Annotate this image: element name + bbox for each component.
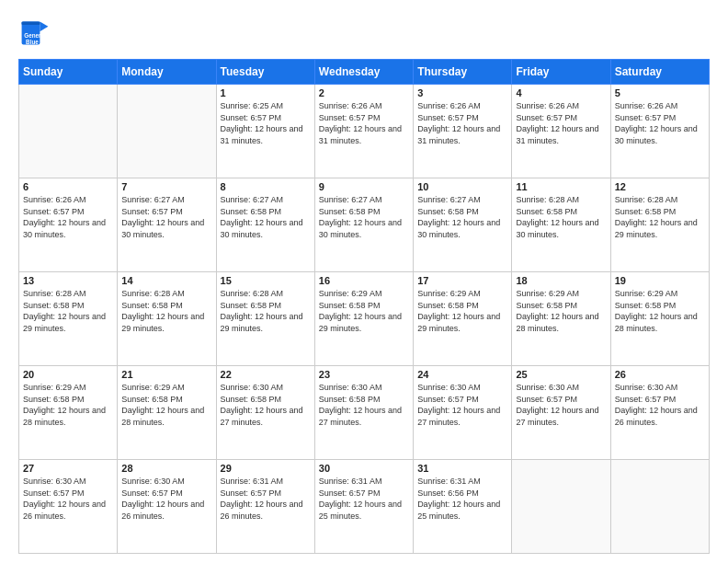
svg-text:Blue: Blue xyxy=(26,39,39,45)
weekday-header-monday: Monday xyxy=(118,60,216,85)
day-info: Sunrise: 6:29 AM Sunset: 6:58 PM Dayligh… xyxy=(516,288,606,334)
weekday-header-sunday: Sunday xyxy=(19,60,118,85)
day-number: 12 xyxy=(615,181,705,192)
calendar-cell: 28Sunrise: 6:30 AM Sunset: 6:57 PM Dayli… xyxy=(118,460,216,554)
day-info: Sunrise: 6:26 AM Sunset: 6:57 PM Dayligh… xyxy=(615,100,705,146)
day-number: 6 xyxy=(23,181,113,192)
day-number: 19 xyxy=(615,275,705,286)
day-info: Sunrise: 6:26 AM Sunset: 6:57 PM Dayligh… xyxy=(417,100,507,146)
day-info: Sunrise: 6:26 AM Sunset: 6:57 PM Dayligh… xyxy=(319,100,409,146)
weekday-header-row: SundayMondayTuesdayWednesdayThursdayFrid… xyxy=(19,60,710,85)
svg-rect-2 xyxy=(22,21,40,25)
day-number: 26 xyxy=(615,369,705,380)
day-info: Sunrise: 6:30 AM Sunset: 6:57 PM Dayligh… xyxy=(121,476,211,522)
calendar-cell: 26Sunrise: 6:30 AM Sunset: 6:57 PM Dayli… xyxy=(610,366,709,460)
calendar-cell: 16Sunrise: 6:29 AM Sunset: 6:58 PM Dayli… xyxy=(314,272,413,366)
day-info: Sunrise: 6:30 AM Sunset: 6:58 PM Dayligh… xyxy=(221,382,311,428)
calendar-cell: 7Sunrise: 6:27 AM Sunset: 6:57 PM Daylig… xyxy=(118,178,216,272)
calendar-cell: 2Sunrise: 6:26 AM Sunset: 6:57 PM Daylig… xyxy=(314,85,413,178)
day-number: 20 xyxy=(23,369,113,380)
day-number: 22 xyxy=(221,369,311,380)
calendar-cell: 30Sunrise: 6:31 AM Sunset: 6:57 PM Dayli… xyxy=(314,460,413,554)
day-info: Sunrise: 6:30 AM Sunset: 6:57 PM Dayligh… xyxy=(417,382,507,428)
header: General Blue xyxy=(18,17,710,50)
day-info: Sunrise: 6:29 AM Sunset: 6:58 PM Dayligh… xyxy=(23,382,113,428)
day-info: Sunrise: 6:29 AM Sunset: 6:58 PM Dayligh… xyxy=(417,288,507,334)
calendar-cell: 25Sunrise: 6:30 AM Sunset: 6:57 PM Dayli… xyxy=(512,366,610,460)
day-number: 31 xyxy=(417,463,507,474)
calendar-cell: 13Sunrise: 6:28 AM Sunset: 6:58 PM Dayli… xyxy=(19,272,118,366)
day-info: Sunrise: 6:31 AM Sunset: 6:57 PM Dayligh… xyxy=(319,476,409,522)
day-number: 8 xyxy=(221,181,311,192)
svg-marker-1 xyxy=(40,21,48,31)
calendar-cell: 6Sunrise: 6:26 AM Sunset: 6:57 PM Daylig… xyxy=(19,178,118,272)
calendar-cell: 31Sunrise: 6:31 AM Sunset: 6:56 PM Dayli… xyxy=(414,460,512,554)
calendar-cell xyxy=(118,85,216,178)
day-info: Sunrise: 6:31 AM Sunset: 6:56 PM Dayligh… xyxy=(417,476,507,522)
day-number: 3 xyxy=(417,87,507,98)
logo: General Blue xyxy=(18,17,51,50)
weekday-header-thursday: Thursday xyxy=(414,60,512,85)
week-row-5: 27Sunrise: 6:30 AM Sunset: 6:57 PM Dayli… xyxy=(19,460,710,554)
day-info: Sunrise: 6:29 AM Sunset: 6:58 PM Dayligh… xyxy=(319,288,409,334)
day-number: 2 xyxy=(319,87,409,98)
week-row-4: 20Sunrise: 6:29 AM Sunset: 6:58 PM Dayli… xyxy=(19,366,710,460)
calendar-cell: 3Sunrise: 6:26 AM Sunset: 6:57 PM Daylig… xyxy=(414,85,512,178)
day-info: Sunrise: 6:30 AM Sunset: 6:57 PM Dayligh… xyxy=(615,382,705,428)
day-info: Sunrise: 6:28 AM Sunset: 6:58 PM Dayligh… xyxy=(23,288,113,334)
day-info: Sunrise: 6:28 AM Sunset: 6:58 PM Dayligh… xyxy=(221,288,311,334)
calendar-cell: 4Sunrise: 6:26 AM Sunset: 6:57 PM Daylig… xyxy=(512,85,610,178)
day-number: 24 xyxy=(417,369,507,380)
day-number: 25 xyxy=(516,369,606,380)
svg-text:General: General xyxy=(24,32,46,39)
calendar-cell: 12Sunrise: 6:28 AM Sunset: 6:58 PM Dayli… xyxy=(610,178,709,272)
day-info: Sunrise: 6:30 AM Sunset: 6:57 PM Dayligh… xyxy=(23,476,113,522)
calendar-cell: 5Sunrise: 6:26 AM Sunset: 6:57 PM Daylig… xyxy=(610,85,709,178)
day-info: Sunrise: 6:27 AM Sunset: 6:58 PM Dayligh… xyxy=(221,194,311,240)
day-info: Sunrise: 6:31 AM Sunset: 6:57 PM Dayligh… xyxy=(221,476,311,522)
weekday-header-tuesday: Tuesday xyxy=(216,60,314,85)
day-number: 1 xyxy=(221,87,311,98)
day-number: 28 xyxy=(121,463,211,474)
calendar-cell: 21Sunrise: 6:29 AM Sunset: 6:58 PM Dayli… xyxy=(118,366,216,460)
calendar-cell: 17Sunrise: 6:29 AM Sunset: 6:58 PM Dayli… xyxy=(414,272,512,366)
day-info: Sunrise: 6:30 AM Sunset: 6:58 PM Dayligh… xyxy=(319,382,409,428)
calendar-table: SundayMondayTuesdayWednesdayThursdayFrid… xyxy=(18,59,710,554)
day-info: Sunrise: 6:30 AM Sunset: 6:57 PM Dayligh… xyxy=(516,382,606,428)
calendar-cell: 29Sunrise: 6:31 AM Sunset: 6:57 PM Dayli… xyxy=(216,460,314,554)
day-number: 10 xyxy=(417,181,507,192)
weekday-header-friday: Friday xyxy=(512,60,610,85)
day-info: Sunrise: 6:27 AM Sunset: 6:57 PM Dayligh… xyxy=(121,194,211,240)
day-number: 21 xyxy=(121,369,211,380)
day-number: 11 xyxy=(516,181,606,192)
day-info: Sunrise: 6:28 AM Sunset: 6:58 PM Dayligh… xyxy=(121,288,211,334)
calendar-cell xyxy=(19,85,118,178)
day-number: 13 xyxy=(23,275,113,286)
day-info: Sunrise: 6:25 AM Sunset: 6:57 PM Dayligh… xyxy=(221,100,311,146)
page: General Blue SundayMondayTuesdayWednesda… xyxy=(0,0,728,563)
day-info: Sunrise: 6:26 AM Sunset: 6:57 PM Dayligh… xyxy=(23,194,113,240)
day-info: Sunrise: 6:28 AM Sunset: 6:58 PM Dayligh… xyxy=(516,194,606,240)
day-number: 23 xyxy=(319,369,409,380)
calendar-cell: 1Sunrise: 6:25 AM Sunset: 6:57 PM Daylig… xyxy=(216,85,314,178)
calendar-cell: 27Sunrise: 6:30 AM Sunset: 6:57 PM Dayli… xyxy=(19,460,118,554)
day-number: 7 xyxy=(121,181,211,192)
calendar-cell: 14Sunrise: 6:28 AM Sunset: 6:58 PM Dayli… xyxy=(118,272,216,366)
calendar-cell: 23Sunrise: 6:30 AM Sunset: 6:58 PM Dayli… xyxy=(314,366,413,460)
calendar-cell: 15Sunrise: 6:28 AM Sunset: 6:58 PM Dayli… xyxy=(216,272,314,366)
calendar-cell: 20Sunrise: 6:29 AM Sunset: 6:58 PM Dayli… xyxy=(19,366,118,460)
calendar-cell xyxy=(610,460,709,554)
day-info: Sunrise: 6:29 AM Sunset: 6:58 PM Dayligh… xyxy=(121,382,211,428)
day-info: Sunrise: 6:27 AM Sunset: 6:58 PM Dayligh… xyxy=(417,194,507,240)
calendar-cell: 24Sunrise: 6:30 AM Sunset: 6:57 PM Dayli… xyxy=(414,366,512,460)
calendar-cell: 10Sunrise: 6:27 AM Sunset: 6:58 PM Dayli… xyxy=(414,178,512,272)
day-number: 9 xyxy=(319,181,409,192)
day-number: 27 xyxy=(23,463,113,474)
day-number: 5 xyxy=(615,87,705,98)
week-row-1: 1Sunrise: 6:25 AM Sunset: 6:57 PM Daylig… xyxy=(19,85,710,178)
day-number: 14 xyxy=(121,275,211,286)
calendar-cell: 18Sunrise: 6:29 AM Sunset: 6:58 PM Dayli… xyxy=(512,272,610,366)
day-info: Sunrise: 6:27 AM Sunset: 6:58 PM Dayligh… xyxy=(319,194,409,240)
week-row-3: 13Sunrise: 6:28 AM Sunset: 6:58 PM Dayli… xyxy=(19,272,710,366)
day-info: Sunrise: 6:26 AM Sunset: 6:57 PM Dayligh… xyxy=(516,100,606,146)
